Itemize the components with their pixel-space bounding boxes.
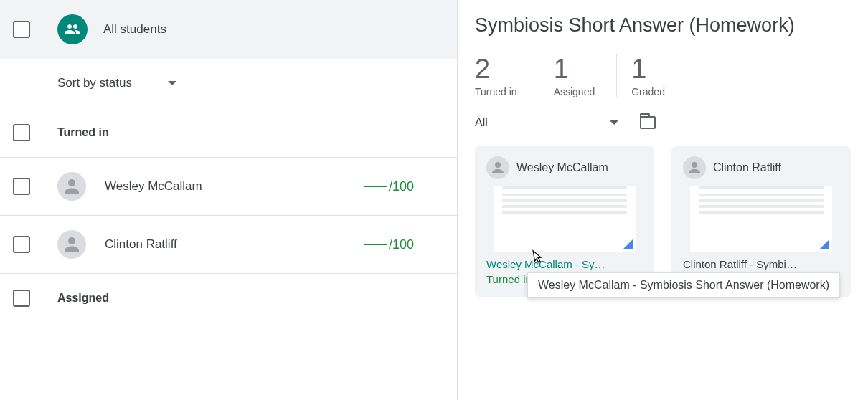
chevron-down-icon [610,120,618,125]
sort-label: Sort by status [57,76,132,90]
group-label: Assigned [57,292,109,305]
student-checkbox[interactable] [13,236,30,253]
grade-input[interactable]: /100 [321,216,457,273]
doc-title[interactable]: Clinton Ratliff - Symbi… [683,258,839,270]
student-name: Clinton Ratliff [105,237,177,252]
docs-icon [819,239,829,249]
group-checkbox[interactable] [13,124,30,141]
all-students-label: All students [103,22,166,37]
card-student-name: Clinton Ratliff [713,161,781,174]
stat-graded[interactable]: 1 Graded [631,54,687,97]
student-list-panel: All students Sort by status Turned in We… [0,0,458,400]
folder-icon[interactable] [640,116,656,129]
avatar-icon [486,156,509,179]
svg-point-1 [68,237,75,244]
sort-dropdown[interactable]: Sort by status [0,59,457,108]
filter-dropdown[interactable]: All [475,116,618,129]
student-name: Wesley McCallam [105,179,202,194]
assignment-title: Symbiosis Short Answer (Homework) [475,14,851,37]
stats-row: 2 Turned in 1 Assigned 1 Graded [475,54,851,97]
hover-tooltip: Wesley McCallam - Symbiosis Short Answer… [527,272,840,298]
avatar-icon [57,230,86,259]
all-students-icon [57,14,88,44]
svg-point-0 [68,179,75,186]
doc-title[interactable]: Wesley McCallam - Sy… [486,258,643,270]
all-students-row[interactable]: All students [0,0,457,59]
select-all-checkbox[interactable] [13,21,30,38]
group-label: Turned in [57,126,109,139]
avatar-icon [57,172,86,201]
docs-icon [623,239,633,249]
group-checkbox[interactable] [13,290,30,307]
card-student-name: Wesley McCallam [516,161,608,174]
stat-assigned[interactable]: 1 Assigned [554,54,618,97]
doc-thumbnail[interactable] [690,186,832,252]
svg-point-3 [692,162,697,168]
assignment-detail-panel: Symbiosis Short Answer (Homework) 2 Turn… [458,0,868,400]
avatar-icon [683,156,706,179]
grade-input[interactable]: /100 [321,158,457,215]
filter-row: All [475,116,851,129]
group-header-assigned[interactable]: Assigned [0,274,457,323]
doc-thumbnail[interactable] [494,186,636,252]
chevron-down-icon [168,81,176,85]
group-header-turned-in[interactable]: Turned in [0,108,457,158]
student-checkbox[interactable] [13,178,30,195]
student-row[interactable]: Clinton Ratliff /100 [0,216,457,274]
filter-label: All [475,116,488,129]
svg-point-2 [495,162,501,168]
student-row[interactable]: Wesley McCallam /100 [0,158,457,216]
stat-turned-in[interactable]: 2 Turned in [475,54,539,97]
